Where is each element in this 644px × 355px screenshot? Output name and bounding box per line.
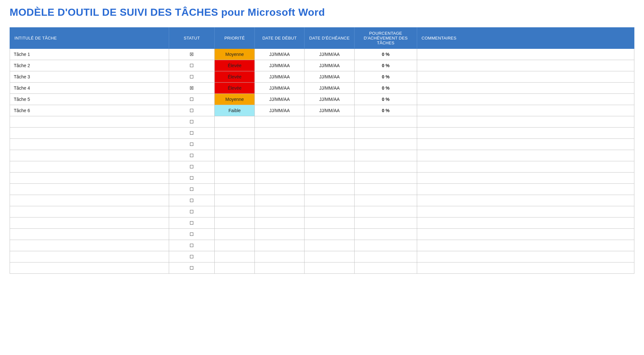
cell-due-date[interactable]: JJ/MM/AA [305, 94, 355, 105]
checkbox-icon[interactable]: ☐ [190, 232, 194, 236]
cell-priority[interactable] [215, 139, 255, 150]
cell-status[interactable]: ☐ [169, 229, 215, 240]
checkbox-icon[interactable]: ☐ [190, 153, 194, 158]
cell-due-date[interactable] [305, 161, 355, 173]
checkbox-icon[interactable]: ☐ [190, 266, 194, 270]
cell-status[interactable]: ☐ [169, 105, 215, 116]
cell-task-name[interactable] [10, 128, 169, 139]
cell-comments[interactable] [417, 105, 634, 116]
cell-completion-pct[interactable]: 0 % [355, 94, 417, 105]
cell-task-name[interactable]: Tâche 1 [10, 49, 169, 60]
cell-status[interactable]: ☐ [169, 139, 215, 150]
cell-task-name[interactable] [10, 240, 169, 251]
checkbox-icon[interactable]: ☐ [190, 108, 194, 113]
checkbox-icon[interactable]: ☐ [190, 63, 194, 68]
cell-status[interactable]: ☐ [169, 173, 215, 184]
cell-completion-pct[interactable] [355, 161, 417, 173]
checkbox-icon[interactable]: ☒ [190, 86, 194, 90]
cell-due-date[interactable] [305, 128, 355, 139]
checkbox-icon[interactable]: ☐ [190, 243, 194, 248]
cell-priority[interactable]: Moyenne [215, 94, 255, 105]
cell-task-name[interactable] [10, 116, 169, 128]
cell-completion-pct[interactable]: 0 % [355, 83, 417, 94]
cell-status[interactable]: ☐ [169, 206, 215, 217]
cell-due-date[interactable] [305, 139, 355, 150]
cell-task-name[interactable] [10, 139, 169, 150]
cell-completion-pct[interactable] [355, 262, 417, 274]
cell-priority[interactable] [215, 251, 255, 262]
cell-start-date[interactable] [254, 240, 305, 251]
cell-completion-pct[interactable]: 0 % [355, 105, 417, 116]
checkbox-icon[interactable]: ☐ [190, 97, 194, 102]
cell-task-name[interactable] [10, 150, 169, 161]
cell-priority[interactable] [215, 128, 255, 139]
checkbox-icon[interactable]: ☐ [190, 164, 194, 169]
cell-start-date[interactable] [254, 150, 305, 161]
cell-priority[interactable]: Élevée [215, 83, 255, 94]
cell-task-name[interactable] [10, 161, 169, 173]
cell-status[interactable]: ☐ [169, 94, 215, 105]
cell-start-date[interactable] [254, 128, 305, 139]
checkbox-icon[interactable]: ☐ [190, 198, 194, 203]
cell-priority[interactable] [215, 240, 255, 251]
cell-priority[interactable] [215, 173, 255, 184]
cell-start-date[interactable]: JJ/MM/AA [254, 105, 305, 116]
cell-priority[interactable] [215, 150, 255, 161]
cell-due-date[interactable] [305, 150, 355, 161]
cell-start-date[interactable]: JJ/MM/AA [254, 49, 305, 60]
cell-start-date[interactable] [254, 262, 305, 274]
cell-status[interactable]: ☐ [169, 161, 215, 173]
cell-task-name[interactable] [10, 217, 169, 229]
cell-start-date[interactable]: JJ/MM/AA [254, 83, 305, 94]
checkbox-icon[interactable]: ☐ [190, 75, 194, 79]
cell-start-date[interactable] [254, 206, 305, 217]
cell-start-date[interactable]: JJ/MM/AA [254, 71, 305, 83]
cell-completion-pct[interactable] [355, 251, 417, 262]
cell-start-date[interactable]: JJ/MM/AA [254, 94, 305, 105]
cell-completion-pct[interactable] [355, 139, 417, 150]
cell-due-date[interactable]: JJ/MM/AA [305, 83, 355, 94]
cell-due-date[interactable] [305, 229, 355, 240]
cell-completion-pct[interactable] [355, 229, 417, 240]
cell-completion-pct[interactable] [355, 128, 417, 139]
cell-completion-pct[interactable] [355, 184, 417, 195]
cell-status[interactable]: ☐ [169, 150, 215, 161]
cell-task-name[interactable]: Tâche 2 [10, 60, 169, 71]
checkbox-icon[interactable]: ☐ [190, 131, 194, 135]
checkbox-icon[interactable]: ☐ [190, 176, 194, 180]
cell-priority[interactable] [215, 217, 255, 229]
cell-task-name[interactable] [10, 195, 169, 206]
cell-status[interactable]: ☐ [169, 251, 215, 262]
cell-completion-pct[interactable] [355, 206, 417, 217]
cell-due-date[interactable]: JJ/MM/AA [305, 60, 355, 71]
cell-start-date[interactable] [254, 139, 305, 150]
cell-comments[interactable] [417, 116, 634, 128]
checkbox-icon[interactable]: ☐ [190, 254, 194, 259]
cell-task-name[interactable] [10, 173, 169, 184]
cell-status[interactable]: ☐ [169, 217, 215, 229]
cell-task-name[interactable] [10, 206, 169, 217]
cell-comments[interactable] [417, 229, 634, 240]
cell-completion-pct[interactable] [355, 240, 417, 251]
cell-comments[interactable] [417, 184, 634, 195]
checkbox-icon[interactable]: ☐ [190, 209, 194, 214]
cell-due-date[interactable] [305, 217, 355, 229]
cell-start-date[interactable] [254, 161, 305, 173]
cell-due-date[interactable] [305, 116, 355, 128]
cell-comments[interactable] [417, 94, 634, 105]
cell-completion-pct[interactable] [355, 150, 417, 161]
cell-status[interactable]: ☐ [169, 240, 215, 251]
cell-comments[interactable] [417, 49, 634, 60]
cell-due-date[interactable] [305, 251, 355, 262]
cell-completion-pct[interactable] [355, 217, 417, 229]
checkbox-icon[interactable]: ☐ [190, 120, 194, 124]
cell-comments[interactable] [417, 150, 634, 161]
cell-comments[interactable] [417, 161, 634, 173]
checkbox-icon[interactable]: ☐ [190, 187, 194, 191]
cell-status[interactable]: ☒ [169, 83, 215, 94]
cell-task-name[interactable] [10, 251, 169, 262]
cell-comments[interactable] [417, 128, 634, 139]
cell-start-date[interactable] [254, 195, 305, 206]
cell-comments[interactable] [417, 173, 634, 184]
cell-start-date[interactable]: JJ/MM/AA [254, 60, 305, 71]
